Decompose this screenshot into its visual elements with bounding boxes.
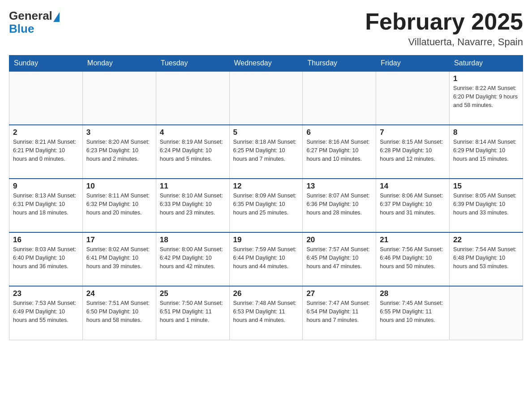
calendar-cell: 15Sunrise: 8:05 AM Sunset: 6:39 PM Dayli…: [450, 179, 523, 232]
weekday-header-saturday: Saturday: [450, 56, 523, 72]
week-row-2: 2Sunrise: 8:21 AM Sunset: 6:21 PM Daylig…: [9, 125, 523, 179]
day-info: Sunrise: 8:10 AM Sunset: 6:33 PM Dayligh…: [160, 192, 226, 217]
title-block: February 2025 Villatuerta, Navarre, Spai…: [365, 9, 523, 48]
calendar-cell: [303, 71, 376, 125]
day-number: 5: [233, 128, 299, 137]
weekday-header-friday: Friday: [376, 56, 450, 72]
day-info: Sunrise: 8:07 AM Sunset: 6:36 PM Dayligh…: [306, 192, 372, 217]
day-number: 22: [453, 235, 519, 244]
calendar-cell: 11Sunrise: 8:10 AM Sunset: 6:33 PM Dayli…: [156, 179, 229, 232]
weekday-header-sunday: Sunday: [9, 56, 83, 72]
day-number: 4: [160, 128, 226, 137]
day-number: 27: [306, 289, 372, 298]
day-number: 12: [233, 182, 299, 191]
logo-triangle-icon: [53, 12, 60, 22]
day-info: Sunrise: 8:15 AM Sunset: 6:28 PM Dayligh…: [380, 138, 446, 163]
day-info: Sunrise: 8:05 AM Sunset: 6:39 PM Dayligh…: [453, 192, 519, 217]
logo-general-text: General: [9, 9, 52, 23]
weekday-header-monday: Monday: [82, 56, 156, 72]
weekday-header-wednesday: Wednesday: [229, 56, 303, 72]
calendar-cell: [82, 71, 156, 125]
month-title: February 2025: [365, 9, 523, 34]
day-number: 7: [380, 128, 446, 137]
day-info: Sunrise: 7:57 AM Sunset: 6:45 PM Dayligh…: [306, 245, 372, 270]
day-info: Sunrise: 7:59 AM Sunset: 6:44 PM Dayligh…: [233, 245, 299, 270]
day-info: Sunrise: 8:13 AM Sunset: 6:31 PM Dayligh…: [13, 192, 79, 217]
calendar-cell: 21Sunrise: 7:56 AM Sunset: 6:46 PM Dayli…: [376, 232, 450, 286]
day-number: 26: [233, 289, 299, 298]
calendar-cell: 24Sunrise: 7:51 AM Sunset: 6:50 PM Dayli…: [82, 286, 156, 340]
calendar-cell: 18Sunrise: 8:00 AM Sunset: 6:42 PM Dayli…: [156, 232, 229, 286]
calendar-cell: 8Sunrise: 8:14 AM Sunset: 6:29 PM Daylig…: [450, 125, 523, 179]
calendar-cell: 23Sunrise: 7:53 AM Sunset: 6:49 PM Dayli…: [9, 286, 83, 340]
day-number: 20: [306, 235, 372, 244]
day-info: Sunrise: 8:21 AM Sunset: 6:21 PM Dayligh…: [13, 138, 79, 163]
day-info: Sunrise: 8:03 AM Sunset: 6:40 PM Dayligh…: [13, 245, 79, 270]
logo-blue-text: Blue: [9, 22, 34, 36]
day-number: 23: [13, 289, 79, 298]
day-number: 21: [380, 235, 446, 244]
day-info: Sunrise: 7:53 AM Sunset: 6:49 PM Dayligh…: [13, 299, 79, 324]
calendar-cell: 14Sunrise: 8:06 AM Sunset: 6:37 PM Dayli…: [376, 179, 450, 232]
day-info: Sunrise: 8:14 AM Sunset: 6:29 PM Dayligh…: [453, 138, 519, 163]
day-info: Sunrise: 8:20 AM Sunset: 6:23 PM Dayligh…: [86, 138, 152, 163]
weekday-header-tuesday: Tuesday: [156, 56, 229, 72]
calendar-cell: 19Sunrise: 7:59 AM Sunset: 6:44 PM Dayli…: [229, 232, 303, 286]
day-number: 6: [306, 128, 372, 137]
day-number: 17: [86, 235, 152, 244]
day-number: 3: [86, 128, 152, 137]
day-info: Sunrise: 7:48 AM Sunset: 6:53 PM Dayligh…: [233, 299, 299, 324]
day-info: Sunrise: 7:45 AM Sunset: 6:55 PM Dayligh…: [380, 299, 446, 324]
day-number: 15: [453, 182, 519, 191]
day-info: Sunrise: 7:47 AM Sunset: 6:54 PM Dayligh…: [306, 299, 372, 324]
day-number: 16: [13, 235, 79, 244]
calendar-cell: 10Sunrise: 8:11 AM Sunset: 6:32 PM Dayli…: [82, 179, 156, 232]
day-info: Sunrise: 8:02 AM Sunset: 6:41 PM Dayligh…: [86, 245, 152, 270]
week-row-3: 9Sunrise: 8:13 AM Sunset: 6:31 PM Daylig…: [9, 179, 523, 232]
calendar-cell: 20Sunrise: 7:57 AM Sunset: 6:45 PM Dayli…: [303, 232, 376, 286]
day-info: Sunrise: 8:16 AM Sunset: 6:27 PM Dayligh…: [306, 138, 372, 163]
calendar-cell: [450, 286, 523, 340]
page-header: General Blue February 2025 Villatuerta, …: [9, 9, 523, 48]
day-number: 24: [86, 289, 152, 298]
day-number: 19: [233, 235, 299, 244]
calendar-cell: 7Sunrise: 8:15 AM Sunset: 6:28 PM Daylig…: [376, 125, 450, 179]
calendar-cell: 9Sunrise: 8:13 AM Sunset: 6:31 PM Daylig…: [9, 179, 83, 232]
weekday-header-row: SundayMondayTuesdayWednesdayThursdayFrid…: [9, 56, 523, 72]
day-number: 28: [380, 289, 446, 298]
week-row-4: 16Sunrise: 8:03 AM Sunset: 6:40 PM Dayli…: [9, 232, 523, 286]
day-number: 25: [160, 289, 226, 298]
calendar-cell: 4Sunrise: 8:19 AM Sunset: 6:24 PM Daylig…: [156, 125, 229, 179]
logo: General Blue: [9, 9, 60, 36]
calendar-cell: [9, 71, 83, 125]
calendar-cell: 5Sunrise: 8:18 AM Sunset: 6:25 PM Daylig…: [229, 125, 303, 179]
calendar-cell: 1Sunrise: 8:22 AM Sunset: 6:20 PM Daylig…: [450, 71, 523, 125]
week-row-5: 23Sunrise: 7:53 AM Sunset: 6:49 PM Dayli…: [9, 286, 523, 340]
day-info: Sunrise: 8:00 AM Sunset: 6:42 PM Dayligh…: [160, 245, 226, 270]
day-info: Sunrise: 8:09 AM Sunset: 6:35 PM Dayligh…: [233, 192, 299, 217]
calendar-cell: 2Sunrise: 8:21 AM Sunset: 6:21 PM Daylig…: [9, 125, 83, 179]
calendar-cell: 3Sunrise: 8:20 AM Sunset: 6:23 PM Daylig…: [82, 125, 156, 179]
week-row-1: 1Sunrise: 8:22 AM Sunset: 6:20 PM Daylig…: [9, 71, 523, 125]
day-number: 14: [380, 182, 446, 191]
calendar-cell: [156, 71, 229, 125]
day-info: Sunrise: 8:22 AM Sunset: 6:20 PM Dayligh…: [453, 84, 519, 109]
calendar-cell: 28Sunrise: 7:45 AM Sunset: 6:55 PM Dayli…: [376, 286, 450, 340]
calendar-table: SundayMondayTuesdayWednesdayThursdayFrid…: [9, 55, 523, 340]
day-info: Sunrise: 8:06 AM Sunset: 6:37 PM Dayligh…: [380, 192, 446, 217]
day-number: 9: [13, 182, 79, 191]
day-number: 11: [160, 182, 226, 191]
day-number: 13: [306, 182, 372, 191]
day-info: Sunrise: 7:54 AM Sunset: 6:48 PM Dayligh…: [453, 245, 519, 270]
day-info: Sunrise: 7:51 AM Sunset: 6:50 PM Dayligh…: [86, 299, 152, 324]
day-number: 18: [160, 235, 226, 244]
day-number: 10: [86, 182, 152, 191]
calendar-cell: 12Sunrise: 8:09 AM Sunset: 6:35 PM Dayli…: [229, 179, 303, 232]
day-info: Sunrise: 7:50 AM Sunset: 6:51 PM Dayligh…: [160, 299, 226, 324]
day-number: 2: [13, 128, 79, 137]
calendar-cell: 13Sunrise: 8:07 AM Sunset: 6:36 PM Dayli…: [303, 179, 376, 232]
calendar-cell: 16Sunrise: 8:03 AM Sunset: 6:40 PM Dayli…: [9, 232, 83, 286]
calendar-cell: [229, 71, 303, 125]
day-number: 1: [453, 74, 519, 83]
day-info: Sunrise: 8:11 AM Sunset: 6:32 PM Dayligh…: [86, 192, 152, 217]
